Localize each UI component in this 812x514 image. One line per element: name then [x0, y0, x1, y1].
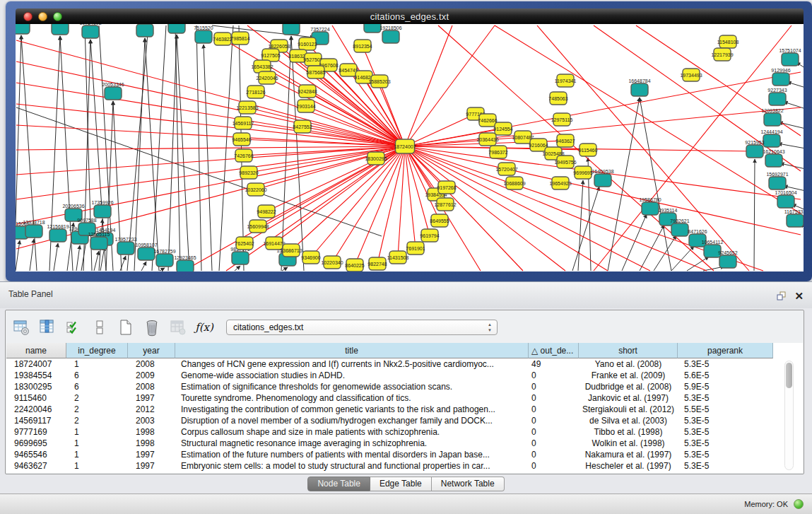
graph-node[interactable] — [642, 202, 659, 215]
graph-node[interactable] — [364, 24, 381, 33]
graph-node[interactable] — [631, 83, 648, 96]
table-selector-dropdown[interactable]: citations_edges.txt ▲▼ — [226, 320, 498, 335]
graph-edge — [578, 180, 583, 271]
graph-node-label: 9465546 — [232, 137, 251, 142]
graph-node[interactable] — [765, 154, 782, 167]
graph-node[interactable] — [782, 53, 799, 66]
table-cell: 0 — [529, 450, 579, 460]
vertical-scrollbar[interactable] — [784, 361, 794, 470]
graph-node[interactable] — [769, 177, 786, 189]
network-canvas-svg: 9035574206914061073400211072492161995477… — [16, 24, 804, 271]
table-cell: 1997 — [128, 450, 175, 460]
graph-node-label: 14569117 — [233, 121, 254, 126]
column-header-3[interactable]: title — [175, 343, 529, 358]
graph-node[interactable] — [772, 73, 789, 86]
minimize-window-icon[interactable] — [38, 12, 47, 21]
network-canvas[interactable]: 9035574206914061073400211072492161995477… — [16, 24, 804, 271]
graph-node-label: 8640225 — [345, 263, 364, 268]
graph-node[interactable] — [719, 255, 736, 268]
graph-node[interactable] — [382, 30, 399, 43]
graph-node[interactable] — [49, 229, 66, 242]
graph-node-label: 20206536 — [62, 204, 84, 209]
graph-node[interactable] — [117, 242, 134, 255]
graph-node[interactable] — [177, 260, 194, 271]
graph-node[interactable] — [283, 24, 300, 35]
graph-node-label: 16409538 — [592, 169, 613, 174]
column-header-5[interactable]: short — [579, 343, 678, 358]
window-titlebar[interactable]: citations_edges.txt — [16, 8, 804, 24]
function-builder-button[interactable]: ƒ(x) — [194, 317, 214, 337]
graph-node-label: 15885203 — [368, 79, 390, 84]
graph-node[interactable] — [90, 237, 107, 250]
graph-node-label: 12505115 — [88, 232, 110, 237]
graph-node[interactable] — [136, 24, 153, 37]
float-panel-icon[interactable] — [776, 291, 787, 302]
graph-node[interactable] — [769, 93, 786, 105]
table-row[interactable]: 969969511998Structural magnetic resonanc… — [6, 438, 803, 449]
close-window-icon[interactable] — [23, 12, 33, 21]
delete-column-button[interactable] — [142, 317, 162, 337]
graph-node[interactable] — [787, 214, 804, 227]
column-header-2[interactable]: year — [128, 343, 175, 358]
graph-node[interactable] — [594, 174, 611, 187]
table-settings-button[interactable] — [11, 317, 31, 337]
column-header-0[interactable]: name — [6, 343, 66, 358]
graph-node-label: 19586780 — [639, 197, 661, 202]
graph-node[interactable] — [105, 87, 122, 100]
graph-node[interactable] — [82, 25, 99, 38]
graph-node-label: 13938718 — [23, 220, 45, 225]
graph-node[interactable] — [671, 223, 688, 236]
table-row[interactable]: 946554611997Estimation of the future num… — [6, 449, 803, 460]
new-column-button[interactable] — [116, 317, 136, 337]
graph-node[interactable] — [138, 247, 155, 260]
table-row[interactable]: 2242004622012Investigating the contribut… — [6, 404, 803, 415]
table-row[interactable]: 977716911998Corpus callosum shape and si… — [6, 426, 803, 438]
graph-edge — [204, 45, 212, 271]
graph-node[interactable] — [156, 254, 173, 267]
graph-edge — [16, 146, 405, 199]
table-cell: 5.6E-5 — [678, 370, 773, 380]
table-body: 1872400712008Changes of HCN gene express… — [6, 358, 803, 472]
column-chooser-button[interactable] — [37, 317, 57, 337]
graph-node-label: 2935114 — [659, 208, 678, 213]
graph-node[interactable] — [764, 113, 781, 126]
graph-node[interactable] — [94, 205, 111, 218]
graph-node[interactable] — [25, 225, 42, 238]
graph-node[interactable] — [52, 24, 69, 35]
select-rows-button[interactable] — [64, 317, 83, 337]
graph-node[interactable] — [168, 24, 185, 33]
table-row[interactable]: 1938455462009Genome-wide association stu… — [6, 370, 803, 381]
graph-node-label: 7985814 — [230, 36, 249, 41]
graph-node[interactable] — [777, 195, 794, 208]
table-cell: 0 — [529, 427, 579, 437]
graph-node[interactable] — [232, 252, 249, 264]
graph-node[interactable] — [195, 30, 212, 43]
column-header-1[interactable]: in_degree — [66, 343, 128, 358]
dropdown-stepper-icon: ▲▼ — [488, 322, 492, 333]
graph-node[interactable] — [746, 145, 763, 158]
table-row[interactable]: 1830029562008Estimation of significance … — [6, 381, 803, 392]
column-header-4[interactable]: △ out_de... — [529, 343, 579, 358]
row-height-button[interactable] — [90, 317, 110, 337]
tab-node-table[interactable]: Node Table — [307, 477, 370, 491]
table-cell: 1 — [66, 359, 128, 369]
table-row[interactable]: 1872400712008Changes of HCN gene express… — [6, 358, 803, 370]
zoom-window-icon[interactable] — [53, 12, 62, 21]
graph-edge — [76, 245, 80, 271]
table-row[interactable]: 946362711997Embryonic stem cells: a mode… — [6, 460, 803, 472]
graph-node[interactable] — [16, 24, 30, 34]
graph-node-label: 19218506 — [379, 25, 401, 30]
tab-network-table[interactable]: Network Table — [432, 477, 505, 491]
table-row[interactable]: 1456911722003Disruption of a novel membe… — [6, 415, 803, 426]
table-cell: Tibbo et al. (1998) — [579, 427, 678, 437]
graph-node-label: 7515520 — [194, 25, 213, 30]
column-header-6[interactable]: pagerank — [678, 343, 773, 358]
graph-node[interactable] — [763, 134, 780, 147]
tab-edge-table[interactable]: Edge Table — [370, 477, 432, 491]
graph-node-label: 9215953 — [745, 140, 764, 145]
table-row[interactable]: 911546021997Tourette syndrome. Phenomeno… — [6, 392, 803, 404]
import-table-button[interactable] — [168, 317, 188, 337]
close-panel-icon[interactable]: ✕ — [794, 291, 804, 301]
graph-node-label: 10958107 — [135, 243, 157, 247]
scrollbar-thumb[interactable] — [786, 363, 792, 388]
